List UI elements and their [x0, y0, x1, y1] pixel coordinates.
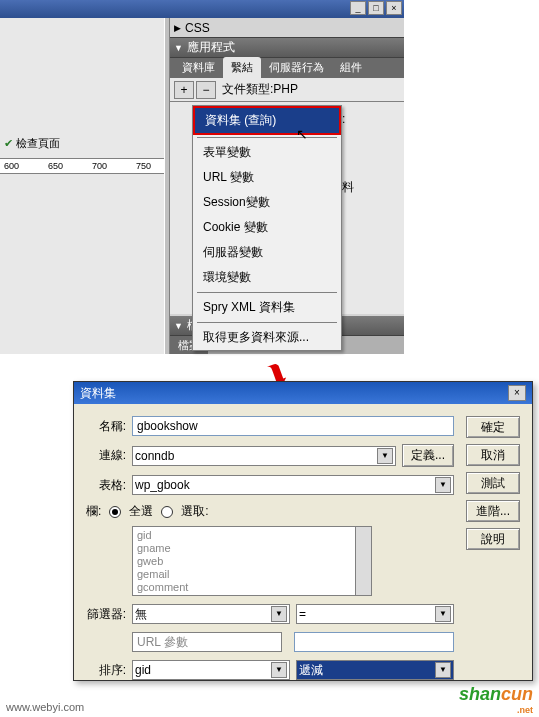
- titlebar: _ □ ×: [0, 0, 404, 18]
- conn-label: 連線:: [86, 447, 126, 464]
- recordset-dialog: 資料集 × 名稱: 連線: conndb▼ 定義... 表格: wp_gbook…: [73, 381, 533, 681]
- footer-watermark-right: shancun .net: [459, 684, 533, 715]
- url-param-input: [132, 632, 282, 652]
- panel-app[interactable]: ▼應用程式: [170, 38, 404, 58]
- sort-label: 排序:: [86, 662, 126, 679]
- advanced-button[interactable]: 進階...: [466, 500, 520, 522]
- dialog-close-button[interactable]: ×: [508, 385, 526, 401]
- doc-type-label: 文件類型:PHP: [222, 81, 298, 98]
- menu-env-var[interactable]: 環境變數: [193, 265, 341, 290]
- sort-field-select[interactable]: gid▼: [132, 660, 290, 680]
- document-area: ✔ 檢查頁面 600 650 700 750: [0, 18, 165, 354]
- menu-spry-xml[interactable]: Spry XML 資料集: [193, 295, 341, 320]
- panel-css[interactable]: ▶CSS: [170, 18, 404, 38]
- maximize-button[interactable]: □: [368, 1, 384, 15]
- panel-toolbar: + − 文件類型:PHP: [170, 78, 404, 102]
- table-label: 表格:: [86, 477, 126, 494]
- menu-url-var[interactable]: URL 變數: [193, 165, 341, 190]
- name-label: 名稱:: [86, 418, 126, 435]
- add-dropdown-menu: 資料集 (查詢) 表單變數 URL 變數 Session變數 Cookie 變數…: [192, 105, 342, 351]
- test-button[interactable]: 測試: [466, 472, 520, 494]
- tab-bindings[interactable]: 繫結: [223, 57, 261, 78]
- filter-op-select[interactable]: =▼: [296, 604, 454, 624]
- name-input[interactable]: [132, 416, 454, 436]
- menu-session-var[interactable]: Session變數: [193, 190, 341, 215]
- help-button[interactable]: 說明: [466, 528, 520, 550]
- check-page-label[interactable]: ✔ 檢查頁面: [4, 136, 60, 151]
- menu-more-sources[interactable]: 取得更多資料來源...: [193, 325, 341, 350]
- menu-form-var[interactable]: 表單變數: [193, 140, 341, 165]
- check-icon: ✔: [4, 137, 13, 149]
- table-select[interactable]: wp_gbook▼: [132, 475, 454, 495]
- sort-dir-select[interactable]: 遞減▼: [296, 660, 454, 680]
- filter-value-input[interactable]: [294, 632, 454, 652]
- connection-select[interactable]: conndb▼: [132, 446, 396, 466]
- menu-server-var[interactable]: 伺服器變數: [193, 240, 341, 265]
- cancel-button[interactable]: 取消: [466, 444, 520, 466]
- ruler: 600 650 700 750: [0, 158, 165, 174]
- menu-recordset[interactable]: 資料集 (查詢): [193, 106, 341, 135]
- cols-label: 欄:: [86, 503, 101, 520]
- add-button[interactable]: +: [174, 81, 194, 99]
- footer-watermark-left: www.webyi.com: [6, 701, 84, 713]
- tab-components[interactable]: 組件: [332, 57, 370, 78]
- filter-label: 篩選器:: [86, 606, 126, 623]
- define-button[interactable]: 定義...: [402, 444, 454, 467]
- tab-database[interactable]: 資料庫: [174, 57, 223, 78]
- menu-cookie-var[interactable]: Cookie 變數: [193, 215, 341, 240]
- remove-button[interactable]: −: [196, 81, 216, 99]
- radio-all[interactable]: [109, 506, 121, 518]
- tab-server-behaviors[interactable]: 伺服器行為: [261, 57, 332, 78]
- radio-selected[interactable]: [161, 506, 173, 518]
- filter-field-select[interactable]: 無▼: [132, 604, 290, 624]
- close-button[interactable]: ×: [386, 1, 402, 15]
- ok-button[interactable]: 確定: [466, 416, 520, 438]
- minimize-button[interactable]: _: [350, 1, 366, 15]
- columns-listbox[interactable]: gid gname gweb gemail gcomment: [132, 526, 372, 596]
- dialog-titlebar: 資料集 ×: [74, 382, 532, 404]
- tab-strip: 資料庫 繫結 伺服器行為 組件: [170, 58, 404, 78]
